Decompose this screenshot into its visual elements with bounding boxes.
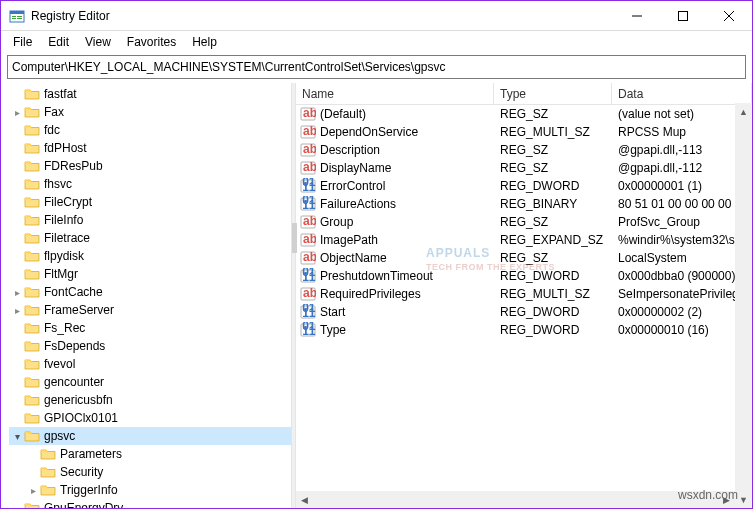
- tree-label: FileCrypt: [44, 195, 92, 209]
- value-data: 80 51 01 00 00 00 00 00 00: [612, 197, 752, 211]
- tree-item[interactable]: TriggerInfo: [9, 481, 291, 499]
- svg-text:ab: ab: [303, 214, 316, 228]
- close-button[interactable]: [706, 1, 752, 31]
- tree-item[interactable]: FsDepends: [9, 337, 291, 355]
- svg-text:ab: ab: [303, 160, 316, 174]
- content-area: fastfatFaxfdcfdPHostFDResPubfhsvcFileCry…: [1, 83, 752, 508]
- tree-item[interactable]: Security: [9, 463, 291, 481]
- column-header-type[interactable]: Type: [494, 83, 612, 104]
- tree-label: Filetrace: [44, 231, 90, 245]
- value-name: Start: [320, 305, 494, 319]
- string-value-icon: ab: [300, 124, 316, 140]
- tree-label: fhsvc: [44, 177, 72, 191]
- expand-glyph-icon[interactable]: [11, 431, 24, 442]
- expand-glyph-icon[interactable]: [11, 107, 24, 118]
- expand-glyph-icon[interactable]: [27, 485, 40, 496]
- value-row[interactable]: abDependOnServiceREG_MULTI_SZRPCSS Mup: [296, 123, 752, 141]
- tree-label: Fax: [44, 105, 64, 119]
- value-row[interactable]: 011110PreshutdownTimeoutREG_DWORD0x000db…: [296, 267, 752, 285]
- value-name: (Default): [320, 107, 494, 121]
- tree-item[interactable]: fvevol: [9, 355, 291, 373]
- value-type: REG_MULTI_SZ: [494, 287, 612, 301]
- value-row[interactable]: abGroupREG_SZProfSvc_Group: [296, 213, 752, 231]
- value-row[interactable]: abDisplayNameREG_SZ@gpapi.dll,-112: [296, 159, 752, 177]
- folder-icon: [24, 429, 40, 443]
- menu-file[interactable]: File: [5, 33, 40, 51]
- tree-item[interactable]: FDResPub: [9, 157, 291, 175]
- folder-icon: [40, 465, 56, 479]
- folder-icon: [24, 231, 40, 245]
- scroll-up-icon[interactable]: ▲: [735, 103, 752, 120]
- tree-item[interactable]: GPIOClx0101: [9, 409, 291, 427]
- value-name: DisplayName: [320, 161, 494, 175]
- tree-item[interactable]: Fax: [9, 103, 291, 121]
- tree-label: FsDepends: [44, 339, 105, 353]
- column-header-data[interactable]: Data: [612, 83, 752, 104]
- menu-edit[interactable]: Edit: [40, 33, 77, 51]
- horizontal-scrollbar[interactable]: ◀▶: [296, 491, 735, 508]
- svg-text:110: 110: [302, 324, 316, 338]
- menu-favorites[interactable]: Favorites: [119, 33, 184, 51]
- menu-view[interactable]: View: [77, 33, 119, 51]
- minimize-button[interactable]: [614, 1, 660, 31]
- value-row[interactable]: 011110StartREG_DWORD0x00000002 (2): [296, 303, 752, 321]
- value-row[interactable]: 011110FailureActionsREG_BINARY80 51 01 0…: [296, 195, 752, 213]
- values-list: ab(Default)REG_SZ(value not set)abDepend…: [296, 105, 752, 339]
- value-data: LocalSystem: [612, 251, 752, 265]
- tree-item[interactable]: Fs_Rec: [9, 319, 291, 337]
- value-row[interactable]: 011110TypeREG_DWORD0x00000010 (16): [296, 321, 752, 339]
- value-data: @gpapi.dll,-112: [612, 161, 752, 175]
- expand-glyph-icon[interactable]: [11, 287, 24, 298]
- value-data: (value not set): [612, 107, 752, 121]
- string-value-icon: ab: [300, 250, 316, 266]
- svg-rect-4: [17, 16, 22, 17]
- value-row[interactable]: abRequiredPrivilegesREG_MULTI_SZSeImpers…: [296, 285, 752, 303]
- folder-icon: [24, 357, 40, 371]
- svg-text:110: 110: [302, 270, 316, 284]
- tree-item[interactable]: fdc: [9, 121, 291, 139]
- maximize-button[interactable]: [660, 1, 706, 31]
- scroll-left-icon[interactable]: ◀: [296, 491, 313, 508]
- tree-item[interactable]: flpydisk: [9, 247, 291, 265]
- value-type: REG_DWORD: [494, 323, 612, 337]
- window-controls: [614, 1, 752, 31]
- tree-label: Parameters: [60, 447, 122, 461]
- tree-label: Fs_Rec: [44, 321, 85, 335]
- tree-label: GpuEnergyDrv: [44, 501, 123, 508]
- tree-item[interactable]: fhsvc: [9, 175, 291, 193]
- column-header-name[interactable]: Name: [296, 83, 494, 104]
- value-row[interactable]: ab(Default)REG_SZ(value not set): [296, 105, 752, 123]
- address-bar[interactable]: Computer\HKEY_LOCAL_MACHINE\SYSTEM\Curre…: [7, 55, 746, 79]
- tree-item[interactable]: FileInfo: [9, 211, 291, 229]
- tree-item[interactable]: FileCrypt: [9, 193, 291, 211]
- menu-help[interactable]: Help: [184, 33, 225, 51]
- tree-item[interactable]: FltMgr: [9, 265, 291, 283]
- value-row[interactable]: 011110ErrorControlREG_DWORD0x00000001 (1…: [296, 177, 752, 195]
- folder-icon: [24, 213, 40, 227]
- value-row[interactable]: abObjectNameREG_SZLocalSystem: [296, 249, 752, 267]
- expand-glyph-icon[interactable]: [11, 305, 24, 316]
- tree-item[interactable]: fastfat: [9, 85, 291, 103]
- value-data: @gpapi.dll,-113: [612, 143, 752, 157]
- tree-item[interactable]: genericusbfn: [9, 391, 291, 409]
- tree-item[interactable]: FontCache: [9, 283, 291, 301]
- value-data: 0x00000002 (2): [612, 305, 752, 319]
- tree-item[interactable]: Parameters: [9, 445, 291, 463]
- tree-item[interactable]: GpuEnergyDrv: [9, 499, 291, 508]
- vertical-scrollbar[interactable]: ▲▼: [735, 103, 752, 508]
- svg-rect-5: [17, 18, 22, 19]
- address-path: Computer\HKEY_LOCAL_MACHINE\SYSTEM\Curre…: [12, 60, 741, 74]
- svg-text:ab: ab: [303, 142, 316, 156]
- tree-item[interactable]: gpsvc: [9, 427, 291, 445]
- tree-label: TriggerInfo: [60, 483, 118, 497]
- svg-rect-1: [10, 11, 24, 14]
- menu-bar: File Edit View Favorites Help: [1, 31, 752, 53]
- string-value-icon: ab: [300, 160, 316, 176]
- tree-item[interactable]: gencounter: [9, 373, 291, 391]
- tree-item[interactable]: FrameServer: [9, 301, 291, 319]
- value-row[interactable]: abDescriptionREG_SZ@gpapi.dll,-113: [296, 141, 752, 159]
- value-row[interactable]: abImagePathREG_EXPAND_SZ%windir%\system3…: [296, 231, 752, 249]
- tree-item[interactable]: fdPHost: [9, 139, 291, 157]
- svg-rect-3: [12, 18, 16, 19]
- tree-item[interactable]: Filetrace: [9, 229, 291, 247]
